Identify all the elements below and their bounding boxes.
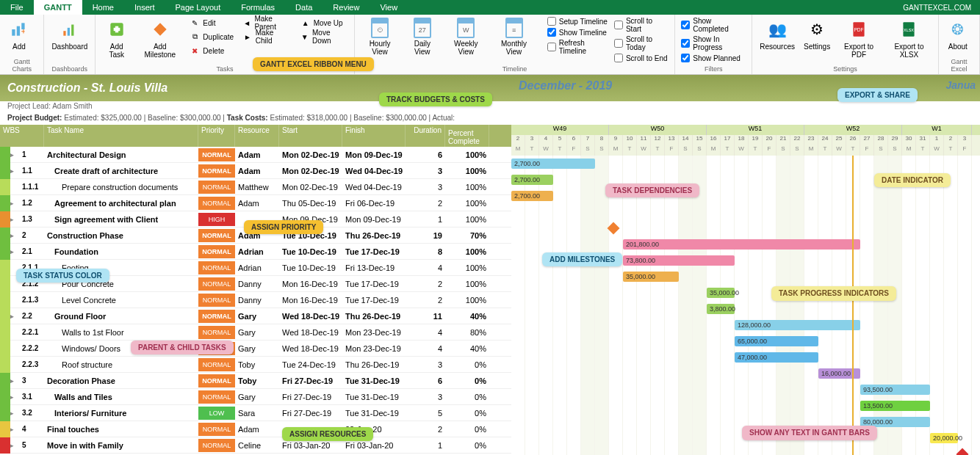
about-button[interactable]: ❂About bbox=[943, 16, 973, 52]
show-timeline-check[interactable]: Show Timeline bbox=[546, 27, 610, 37]
show-progress-check[interactable]: Show In Progress bbox=[680, 34, 747, 52]
cell-priority[interactable]: NORMAL bbox=[198, 310, 235, 323]
gantt-body[interactable]: 2,700.002,700.002,700.00201,800.0073,800… bbox=[511, 156, 980, 455]
gantt-bar[interactable]: 2,700.00 bbox=[511, 175, 553, 185]
table-row[interactable]: 2.2.3Roof structureNORMALTobyTue 24-Dec-… bbox=[0, 357, 511, 373]
gantt-bar[interactable]: 13,500.00 bbox=[860, 401, 930, 411]
th-name[interactable]: Task Name bbox=[44, 125, 198, 147]
gantt-bar[interactable]: 47,000.00 bbox=[735, 352, 818, 363]
table-row[interactable]: ▸4Final touchesNORMALAdam02-Jan-2020% bbox=[0, 421, 511, 437]
milestone-marker[interactable] bbox=[608, 222, 620, 235]
cell-priority[interactable]: NORMAL bbox=[198, 277, 235, 291]
gantt-bar[interactable]: 201,800.00 bbox=[623, 239, 860, 250]
add-button[interactable]: Add bbox=[4, 16, 34, 52]
table-row[interactable]: ▸2.1FoundationNORMALAdrianTue 10-Dec-19T… bbox=[0, 244, 511, 260]
scroll-today-check[interactable]: Scroll to Today bbox=[613, 34, 670, 52]
collapse-icon[interactable]: ▸ bbox=[10, 377, 19, 385]
show-completed-check[interactable]: Show Completed bbox=[680, 16, 747, 34]
collapse-icon[interactable]: ▸ bbox=[10, 393, 19, 401]
cell-priority[interactable]: NORMAL bbox=[198, 181, 235, 194]
cell-priority[interactable]: NORMAL bbox=[198, 390, 235, 404]
gantt-bar[interactable]: 93,500.00 bbox=[860, 385, 930, 395]
collapse-icon[interactable]: ▸ bbox=[10, 216, 19, 223]
collapse-icon[interactable]: ▸ bbox=[10, 151, 19, 159]
menu-file[interactable]: File bbox=[0, 0, 34, 15]
collapse-icon[interactable]: ▸ bbox=[10, 410, 19, 417]
dashboard-button[interactable]: Dashboard bbox=[48, 16, 90, 52]
collapse-icon[interactable]: ▸ bbox=[10, 426, 19, 433]
menu-data[interactable]: Data bbox=[285, 0, 323, 15]
gantt-bar[interactable]: 20,000.00 bbox=[930, 433, 958, 443]
th-wbs[interactable]: WBS bbox=[0, 125, 44, 147]
menu-gantt[interactable]: GANTT bbox=[34, 0, 82, 15]
table-row[interactable]: ▸3.1Walls and TilesNORMALGaryFri 27-Dec-… bbox=[0, 389, 511, 405]
duplicate-button[interactable]: ⧉Duplicate bbox=[187, 30, 237, 43]
gantt-bar[interactable]: 73,800.00 bbox=[623, 255, 735, 266]
th-percent[interactable]: PercentComplete bbox=[445, 125, 489, 147]
cell-priority[interactable]: NORMAL bbox=[198, 326, 235, 339]
table-row[interactable]: 2.1.3Level ConcreteNORMALDannyMon 16-Dec… bbox=[0, 292, 511, 308]
settings-button[interactable]: ⚙Settings bbox=[801, 16, 833, 60]
cell-priority[interactable]: HIGH bbox=[198, 213, 235, 226]
table-row[interactable]: 2.2.2Windows/ DoorsNORMALGaryWed 18-Dec-… bbox=[0, 341, 511, 357]
delete-button[interactable]: ✖Delete bbox=[187, 44, 237, 57]
gantt-bar[interactable]: 2,700.00 bbox=[511, 191, 553, 201]
menu-page-layout[interactable]: Page Layout bbox=[165, 0, 231, 15]
table-row[interactable]: ▸2.2Ground FloorNORMALGaryWed 18-Dec-19T… bbox=[0, 308, 511, 324]
table-row[interactable]: 2.2.1Walls to 1st FloorNORMALGaryWed 18-… bbox=[0, 324, 511, 341]
table-row[interactable]: ▸5Move in with FamilyNORMALCelineFri 03-… bbox=[0, 437, 511, 454]
collapse-icon[interactable]: ▸ bbox=[10, 200, 19, 207]
table-row[interactable]: ▸1.2Agreement to architectural planNORMA… bbox=[0, 195, 511, 211]
monthly-view-button[interactable]: ≡Monthly View bbox=[491, 16, 536, 63]
cell-priority[interactable]: NORMAL bbox=[198, 164, 235, 178]
collapse-icon[interactable]: ▸ bbox=[10, 167, 19, 175]
table-row[interactable]: ▸3.2Interiors/ FurnitureLOWSaraFri 27-De… bbox=[0, 405, 511, 421]
cell-priority[interactable]: NORMAL bbox=[198, 229, 235, 242]
hourly-view-button[interactable]: ⏲Hourly View bbox=[359, 16, 401, 63]
add-milestone-button[interactable]: Add Milestone bbox=[136, 16, 184, 60]
resources-button[interactable]: 👥Resources bbox=[757, 16, 798, 60]
gantt-bar[interactable]: 35,000.00 bbox=[707, 288, 735, 298]
make-parent-button[interactable]: ◄Make Parent bbox=[239, 16, 295, 29]
make-child-button[interactable]: ►Make Child bbox=[239, 30, 295, 43]
weekly-view-button[interactable]: WWeekly View bbox=[444, 16, 488, 63]
milestone-marker[interactable] bbox=[956, 448, 969, 455]
menu-review[interactable]: Review bbox=[323, 0, 370, 15]
menu-formulas[interactable]: Formulas bbox=[231, 0, 285, 15]
cell-priority[interactable]: NORMAL bbox=[198, 261, 235, 274]
collapse-icon[interactable]: ▸ bbox=[10, 313, 19, 320]
cell-priority[interactable]: NORMAL bbox=[198, 439, 235, 452]
table-row[interactable]: ▸1Architectural DesignNORMALAdamMon 02-D… bbox=[0, 147, 511, 163]
menu-view[interactable]: View bbox=[370, 0, 408, 15]
move-up-button[interactable]: ▲Move Up bbox=[298, 16, 350, 29]
th-start[interactable]: Start bbox=[279, 125, 342, 147]
cell-priority[interactable]: NORMAL bbox=[198, 245, 235, 258]
scroll-start-check[interactable]: Scroll to Start bbox=[613, 16, 670, 34]
cell-priority[interactable]: NORMAL bbox=[198, 294, 235, 307]
export-pdf-button[interactable]: PDFExport to PDF bbox=[836, 16, 882, 60]
gantt-bar[interactable]: 128,000.00 bbox=[735, 320, 860, 330]
move-down-button[interactable]: ▼Move Down bbox=[298, 30, 350, 43]
gantt-bar[interactable]: 3,800.00 bbox=[707, 304, 735, 314]
th-resource[interactable]: Resource bbox=[235, 125, 279, 147]
cell-priority[interactable]: NORMAL bbox=[198, 423, 235, 436]
gantt-bar[interactable]: 65,000.00 bbox=[735, 336, 818, 346]
table-row[interactable]: ▸3Decoration PhaseNORMALTobyFri 27-Dec-1… bbox=[0, 373, 511, 389]
collapse-icon[interactable]: ▸ bbox=[10, 442, 19, 449]
daily-view-button[interactable]: 27Daily View bbox=[403, 16, 441, 63]
gantt-bar[interactable]: 16,000.00 bbox=[818, 368, 860, 379]
gantt-bar[interactable]: 2,700.00 bbox=[511, 159, 595, 169]
cell-priority[interactable]: NORMAL bbox=[198, 197, 235, 210]
table-row[interactable]: 1.1.1Prepare construction documentsNORMA… bbox=[0, 179, 511, 195]
menu-home[interactable]: Home bbox=[82, 0, 124, 15]
cell-priority[interactable]: NORMAL bbox=[198, 148, 235, 161]
th-duration[interactable]: Duration bbox=[406, 125, 445, 147]
menu-insert[interactable]: Insert bbox=[124, 0, 165, 15]
cell-priority[interactable]: NORMAL bbox=[198, 358, 235, 371]
gantt-bar[interactable]: 35,000.00 bbox=[623, 272, 679, 282]
add-task-button[interactable]: Add Task bbox=[100, 16, 133, 60]
refresh-timeline-check[interactable]: Refresh Timeline bbox=[546, 38, 610, 56]
cell-priority[interactable]: NORMAL bbox=[198, 374, 235, 387]
export-xlsx-button[interactable]: XLSXExport to XLSX bbox=[884, 16, 934, 60]
th-priority[interactable]: Priority bbox=[198, 125, 235, 147]
